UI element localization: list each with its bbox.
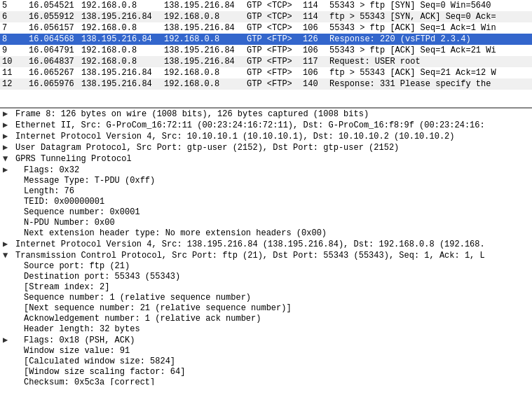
detail-text: Checksum: 0x5c3a [correct]	[13, 377, 155, 385]
expand-icon[interactable]: ▶	[3, 131, 13, 141]
detail-expandable-line[interactable]: ▼GPRS Tunneling Protocol	[0, 153, 532, 165]
table-cell: 12	[0, 78, 27, 90]
detail-text: Acknowledgement number: 1 (relative ack …	[13, 314, 261, 324]
detail-line: Window size value: 91	[0, 346, 532, 356]
detail-text: Flags: 0x18 (PSH, ACK)	[13, 335, 135, 345]
detail-expandable-line[interactable]: ▼Transmission Control Protocol, Src Port…	[0, 250, 532, 261]
expand-icon[interactable]: ▶	[3, 335, 13, 345]
table-cell: 192.168.0.8	[162, 78, 245, 90]
table-cell: 10	[0, 56, 27, 67]
table-cell: GTP <FTP>	[245, 34, 301, 45]
detail-text: Frame 8: 126 bytes on wire (1008 bits), …	[13, 109, 369, 119]
detail-text: [Next sequence number: 21 (relative sequ…	[13, 303, 292, 313]
table-cell: 138.195.216.84	[162, 56, 245, 67]
detail-text: N-PDU Number: 0x00	[13, 218, 115, 228]
detail-text: Internet Protocol Version 4, Src: 138.19…	[13, 240, 485, 249]
expand-icon[interactable]: ▶	[3, 142, 13, 153]
detail-text: Next extension header type: No more exte…	[13, 228, 327, 238]
table-row[interactable]: 916.064791192.168.0.8138.195.216.84GTP <…	[0, 45, 532, 56]
table-cell: 138.195.216.84	[79, 67, 162, 78]
table-row[interactable]: 616.055912138.195.216.84192.168.0.8GTP <…	[0, 11, 532, 22]
table-cell: GTP <FTP>	[245, 45, 301, 56]
detail-text: TEID: 0x00000001	[13, 197, 104, 207]
expand-icon[interactable]: ▼	[3, 153, 13, 164]
detail-text: Window size value: 91	[13, 346, 130, 356]
packet-scroll-container[interactable]: 516.054521192.168.0.8138.195.216.84GTP <…	[0, 0, 532, 107]
table-cell: 55343 > ftp [ACK] Seq=1 Ack=1 Win	[327, 22, 532, 34]
detail-line: [Window size scaling factor: 64]	[0, 367, 532, 377]
expand-icon[interactable]: ▶	[3, 109, 13, 119]
table-cell: 192.168.0.8	[79, 45, 162, 56]
detail-expandable-line[interactable]: ▶Frame 8: 126 bytes on wire (1008 bits),…	[0, 109, 532, 120]
table-cell: 55343 > ftp [SYN] Seq=0 Win=5640	[327, 0, 532, 11]
table-cell: 126	[301, 34, 327, 45]
detail-text: User Datagram Protocol, Src Port: gtp-us…	[13, 143, 399, 153]
table-cell: 138.195.216.84	[79, 11, 162, 22]
detail-text: [Window size scaling factor: 64]	[13, 367, 185, 377]
detail-line: Sequence number: 0x0001	[0, 207, 532, 218]
expand-icon[interactable]: ▶	[3, 239, 13, 249]
table-cell: 138.195.216.84	[162, 45, 245, 56]
table-cell: ftp > 55343 [SYN, ACK] Seq=0 Ack=	[327, 11, 532, 22]
table-row[interactable]: 1216.065976138.195.216.84192.168.0.8GTP …	[0, 78, 532, 90]
detail-line: Header length: 32 bytes	[0, 324, 532, 335]
detail-text: [Stream index: 2]	[13, 282, 109, 292]
table-cell: 16.064791	[27, 45, 79, 56]
table-cell: 138.195.216.84	[79, 78, 162, 90]
detail-line: Checksum: 0x5c3a [correct]	[0, 377, 532, 385]
expand-icon[interactable]: ▶	[3, 165, 13, 175]
table-cell: Request: USER root	[327, 56, 532, 67]
table-cell: 7	[0, 22, 27, 34]
horizontal-scrollbar[interactable]	[0, 107, 532, 109]
table-cell: 11	[0, 67, 27, 78]
detail-expandable-line[interactable]: ▶Internet Protocol Version 4, Src: 138.1…	[0, 239, 532, 250]
detail-line: Sequence number: 1 (relative sequence nu…	[0, 293, 532, 303]
detail-line: Destination port: 55343 (55343)	[0, 272, 532, 282]
table-row[interactable]: 1116.065267138.195.216.84192.168.0.8GTP …	[0, 67, 532, 78]
table-row[interactable]: 716.056157192.168.0.8138.195.216.84GTP <…	[0, 22, 532, 34]
detail-line: TEID: 0x00000001	[0, 197, 532, 207]
detail-line: Message Type: T-PDU (0xff)	[0, 176, 532, 186]
table-cell: 138.195.216.84	[79, 34, 162, 45]
detail-line: N-PDU Number: 0x00	[0, 218, 532, 228]
table-cell: 138.195.216.84	[162, 22, 245, 34]
table-cell: GTP <TCP>	[245, 11, 301, 22]
table-cell: 138.195.216.84	[162, 0, 245, 11]
detail-text: Internet Protocol Version 4, Src: 10.10.…	[13, 132, 455, 141]
table-row[interactable]: 1016.064837192.168.0.8138.195.216.84GTP …	[0, 56, 532, 67]
detail-text: Header length: 32 bytes	[13, 324, 140, 334]
detail-text: Destination port: 55343 (55343)	[13, 272, 180, 282]
scrollbar-thumb[interactable]	[56, 109, 98, 109]
table-cell: 16.056157	[27, 22, 79, 34]
detail-text: Source port: ftp (21)	[13, 261, 130, 271]
table-cell: GTP <FTP>	[245, 67, 301, 78]
table-cell: Response: 331 Please specify the	[327, 78, 532, 90]
table-cell: 6	[0, 11, 27, 22]
table-cell: 192.168.0.8	[79, 0, 162, 11]
detail-line: Source port: ftp (21)	[0, 261, 532, 272]
table-cell: ftp > 55343 [ACK] Seq=21 Ack=12 W	[327, 67, 532, 78]
table-cell: 16.054521	[27, 0, 79, 11]
detail-expandable-line[interactable]: ▶Flags: 0x32	[0, 165, 532, 176]
expand-icon[interactable]: ▼	[3, 250, 13, 261]
table-cell: 114	[301, 0, 327, 11]
packet-list-section: 516.054521192.168.0.8138.195.216.84GTP <…	[0, 0, 532, 109]
expand-icon[interactable]: ▶	[3, 120, 13, 130]
table-row[interactable]: 516.054521192.168.0.8138.195.216.84GTP <…	[0, 0, 532, 11]
table-row[interactable]: 816.064568138.195.216.84192.168.0.8GTP <…	[0, 34, 532, 45]
table-cell: GTP <TCP>	[245, 22, 301, 34]
table-cell: 106	[301, 22, 327, 34]
detail-expandable-line[interactable]: ▶Internet Protocol Version 4, Src: 10.10…	[0, 131, 532, 142]
table-cell: 106	[301, 45, 327, 56]
detail-text: Sequence number: 0x0001	[13, 207, 140, 217]
table-cell: GTP <TCP>	[245, 0, 301, 11]
detail-text: Transmission Control Protocol, Src Port:…	[13, 251, 485, 261]
table-cell: Response: 220 (vsFTPd 2.3.4)	[327, 34, 532, 45]
table-cell: GTP <FTP>	[245, 56, 301, 67]
detail-text: Length: 76	[13, 186, 74, 196]
detail-expandable-line[interactable]: ▶Flags: 0x18 (PSH, ACK)	[0, 335, 532, 346]
detail-line: Next extension header type: No more exte…	[0, 228, 532, 239]
table-cell: 5	[0, 0, 27, 11]
detail-expandable-line[interactable]: ▶User Datagram Protocol, Src Port: gtp-u…	[0, 142, 532, 153]
detail-expandable-line[interactable]: ▶Ethernet II, Src: G-ProCom_16:72:11 (00…	[0, 120, 532, 131]
